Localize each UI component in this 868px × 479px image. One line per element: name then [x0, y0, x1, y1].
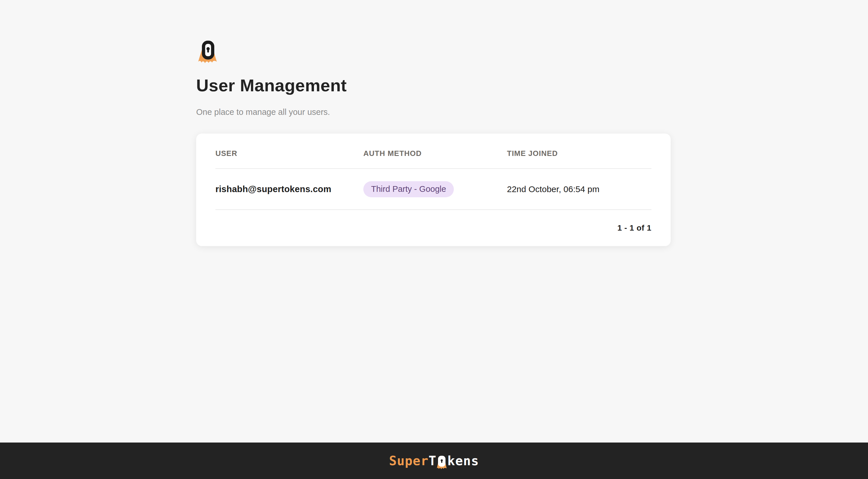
- pagination-count: 1 - 1 of 1: [617, 223, 651, 233]
- supertokens-lock-mascot-icon: [196, 40, 220, 64]
- footer: SuperTkens: [0, 443, 868, 479]
- page-title: User Management: [196, 77, 671, 94]
- supertokens-footer-logo: SuperTkens: [389, 452, 479, 470]
- table-header-row: USER AUTH METHOD TIME JOINED: [215, 133, 651, 169]
- brand-text-t: T: [429, 455, 437, 467]
- time-joined-value: 22nd October, 06:54 pm: [507, 184, 651, 194]
- brand-text-super: Super: [389, 455, 429, 467]
- brand-text-kens: kens: [447, 455, 479, 467]
- column-header-auth-method: AUTH METHOD: [363, 149, 507, 158]
- column-header-time-joined: TIME JOINED: [507, 149, 651, 158]
- user-email[interactable]: rishabh@supertokens.com: [215, 184, 363, 194]
- page-subtitle: One place to manage all your users.: [196, 107, 671, 117]
- auth-method-badge: Third Party - Google: [363, 181, 454, 197]
- main-content: User Management One place to manage all …: [196, 40, 671, 246]
- users-table-card: USER AUTH METHOD TIME JOINED rishabh@sup…: [196, 133, 671, 246]
- table-row[interactable]: rishabh@supertokens.com Third Party - Go…: [215, 169, 651, 210]
- footer-mascot-o-icon: [437, 454, 447, 470]
- column-header-user: USER: [215, 149, 363, 158]
- pagination-row: 1 - 1 of 1: [215, 210, 651, 246]
